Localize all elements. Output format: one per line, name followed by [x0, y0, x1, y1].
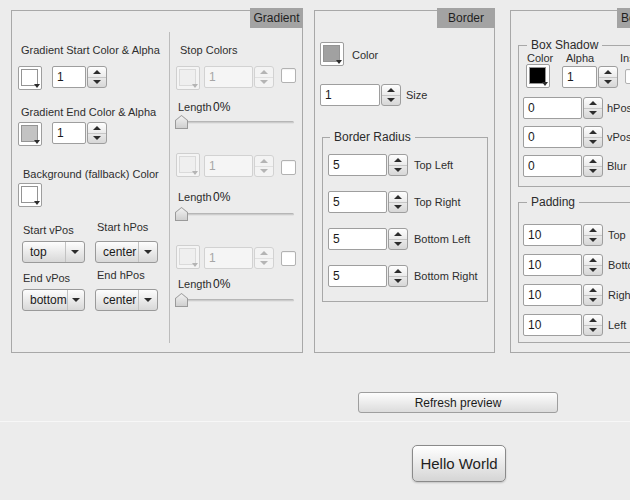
radius-top-left-spinbox — [328, 154, 408, 176]
spin-down-button[interactable] — [389, 277, 407, 287]
gradient-end-color-button[interactable] — [18, 122, 42, 146]
background-fallback-label: Background (fallback) Color — [23, 168, 159, 181]
radius-bottom-right-input[interactable] — [328, 265, 387, 287]
spin-up-button[interactable] — [389, 266, 407, 277]
spin-up-button[interactable] — [584, 225, 602, 236]
stop1-enable-checkbox[interactable] — [281, 68, 296, 83]
spin-down-button[interactable] — [88, 78, 106, 88]
spin-down-button[interactable] — [584, 167, 602, 177]
shadow-inset-checkbox[interactable] — [625, 69, 630, 84]
stop3-length-value: 0% — [213, 277, 230, 291]
spin-down-button[interactable] — [88, 134, 106, 144]
stop3-length-slider[interactable] — [175, 292, 295, 308]
stop3-color-button — [176, 245, 200, 269]
arrow-up-icon — [93, 126, 101, 130]
dropdown-corner-icon — [192, 171, 198, 175]
border-size-input[interactable] — [320, 84, 380, 106]
gradient-start-color-button[interactable] — [18, 66, 42, 90]
gradient-start-alpha-input[interactable] — [52, 66, 86, 88]
spin-up-button[interactable] — [584, 98, 602, 109]
spin-up-button[interactable] — [584, 315, 602, 326]
spin-down-button[interactable] — [584, 138, 602, 148]
stop2-length-value: 0% — [213, 190, 230, 204]
padding-bottom-label: Bottom — [608, 259, 630, 272]
spin-down-button[interactable] — [382, 96, 400, 106]
start-vpos-select[interactable]: top — [22, 241, 85, 263]
background-fallback-color-button[interactable] — [18, 183, 42, 207]
radius-bottom-left-input[interactable] — [328, 228, 387, 250]
spin-down-button[interactable] — [584, 109, 602, 119]
shadow-hpos-input[interactable] — [523, 97, 582, 119]
gradient-end-alpha-input[interactable] — [52, 122, 86, 144]
stop2-enable-checkbox[interactable] — [281, 160, 296, 175]
arrow-down-icon — [589, 238, 597, 242]
arrow-down-icon — [589, 111, 597, 115]
spin-up-button[interactable] — [599, 67, 617, 78]
start-hpos-select[interactable]: center — [95, 241, 158, 263]
arrow-up-icon — [394, 232, 402, 236]
spinner-buttons — [583, 314, 603, 336]
spin-down-button[interactable] — [599, 78, 617, 88]
end-hpos-select[interactable]: center — [95, 289, 158, 311]
arrow-up-icon — [589, 159, 597, 163]
spin-down-button — [255, 167, 273, 177]
refresh-preview-button[interactable]: Refresh preview — [358, 392, 558, 413]
spin-down-button[interactable] — [389, 240, 407, 250]
arrow-down-icon — [387, 98, 395, 102]
spin-up-button[interactable] — [389, 155, 407, 166]
spin-up-button[interactable] — [389, 229, 407, 240]
radius-top-right-spinbox — [328, 191, 408, 213]
spin-down-button[interactable] — [584, 296, 602, 306]
spin-up-button[interactable] — [584, 285, 602, 296]
chevron-down-icon — [71, 250, 79, 254]
arrow-up-icon — [394, 158, 402, 162]
spin-down-button[interactable] — [584, 266, 602, 276]
spin-up-button[interactable] — [382, 85, 400, 96]
spin-down-button[interactable] — [584, 326, 602, 336]
arrow-up-icon — [589, 228, 597, 232]
hello-world-preview-button[interactable]: Hello World — [412, 445, 506, 482]
radius-top-right-input[interactable] — [328, 191, 387, 213]
spin-down-button[interactable] — [389, 203, 407, 213]
shadow-blur-input[interactable] — [523, 155, 582, 177]
spin-up-button[interactable] — [88, 123, 106, 134]
spin-up-button[interactable] — [584, 156, 602, 167]
stop1-length-slider[interactable] — [175, 114, 295, 130]
spin-up-button — [255, 248, 273, 259]
padding-top-spinbox — [523, 224, 603, 246]
arrow-up-icon — [387, 88, 395, 92]
arrow-up-icon — [394, 195, 402, 199]
spin-down-button[interactable] — [389, 166, 407, 176]
start-hpos-label: Start hPos — [97, 221, 148, 234]
padding-bottom-input[interactable] — [523, 254, 582, 276]
radius-top-left-input[interactable] — [328, 154, 387, 176]
padding-right-input[interactable] — [523, 284, 582, 306]
end-vpos-select[interactable]: bottom — [22, 289, 85, 311]
border-color-label: Color — [352, 49, 378, 62]
stop3-enable-checkbox[interactable] — [281, 251, 296, 266]
border-color-button[interactable] — [320, 42, 344, 66]
slider-track — [176, 121, 294, 124]
spin-up-button[interactable] — [584, 127, 602, 138]
spin-up-button — [255, 67, 273, 78]
stop-colors-label: Stop Colors — [180, 44, 237, 57]
stop2-length-slider[interactable] — [175, 206, 295, 222]
gradient-start-label: Gradient Start Color & Alpha — [21, 44, 160, 57]
shadow-color-button[interactable] — [526, 64, 550, 88]
spin-up-button[interactable] — [88, 67, 106, 78]
chevron-area — [65, 242, 84, 262]
spinner-buttons — [583, 97, 603, 119]
spin-up-button[interactable] — [389, 192, 407, 203]
padding-top-input[interactable] — [523, 224, 582, 246]
slider-handle[interactable] — [175, 115, 188, 129]
slider-handle[interactable] — [175, 293, 188, 307]
padding-left-input[interactable] — [523, 314, 582, 336]
shadow-hpos-label: hPos — [607, 102, 630, 115]
shadow-vpos-input[interactable] — [523, 126, 582, 148]
spin-down-button[interactable] — [584, 236, 602, 246]
slider-track — [176, 213, 294, 216]
slider-handle[interactable] — [175, 207, 188, 221]
shadow-alpha-input[interactable] — [562, 66, 597, 88]
arrow-up-icon — [260, 251, 268, 255]
spin-up-button[interactable] — [584, 255, 602, 266]
